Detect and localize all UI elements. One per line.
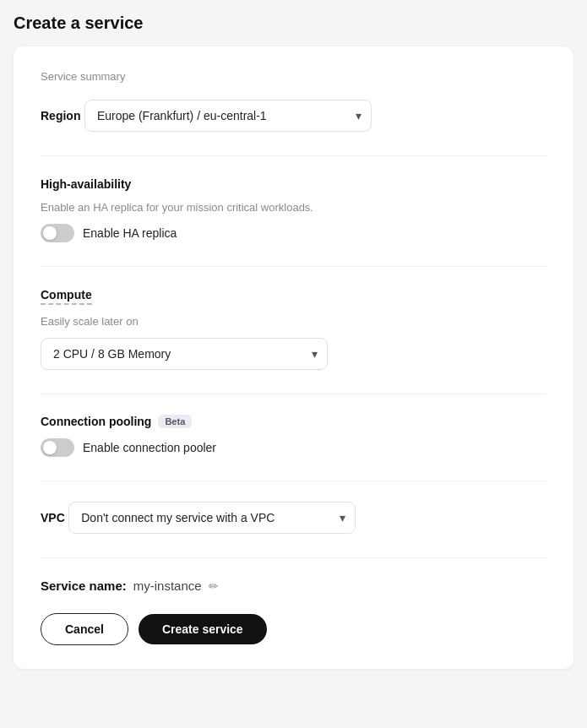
connection-pooling-label: Connection pooling xyxy=(41,415,151,428)
create-service-card: Service summary Region Europe (Frankfurt… xyxy=(14,46,573,669)
service-name-row: Service name: my-instance ✏ xyxy=(41,579,546,593)
compute-subtitle: Easily scale later on xyxy=(41,315,546,328)
create-service-button[interactable]: Create service xyxy=(139,614,267,644)
connection-pooling-header: Connection pooling Beta xyxy=(41,415,546,428)
service-summary-label: Service summary xyxy=(41,70,546,83)
high-availability-subtitle: Enable an HA replica for your mission cr… xyxy=(41,201,546,214)
high-availability-label: High-availability xyxy=(41,177,131,191)
edit-icon[interactable]: ✏ xyxy=(209,579,219,593)
pooling-toggle[interactable] xyxy=(41,438,74,457)
compute-section: Compute Easily scale later on 1 CPU / 2 … xyxy=(41,287,546,373)
divider-3 xyxy=(41,394,546,394)
page-title: Create a service xyxy=(14,14,573,33)
compute-select-wrapper: 1 CPU / 2 GB Memory2 CPU / 8 GB Memory4 … xyxy=(41,338,328,370)
buttons-row: Cancel Create service xyxy=(41,613,546,645)
divider-4 xyxy=(41,481,546,481)
pooling-toggle-label: Enable connection pooler xyxy=(83,441,216,454)
ha-toggle[interactable] xyxy=(41,224,74,242)
connection-pooling-section: Connection pooling Beta Enable connectio… xyxy=(41,415,546,460)
compute-select[interactable]: 1 CPU / 2 GB Memory2 CPU / 8 GB Memory4 … xyxy=(41,338,328,370)
pooling-toggle-slider xyxy=(41,438,74,457)
vpc-label: VPC xyxy=(41,511,65,524)
vpc-select[interactable]: Don't connect my service with a VPCConne… xyxy=(68,502,356,534)
region-select-wrapper: Europe (Frankfurt) / eu-central-1US East… xyxy=(84,100,372,132)
beta-badge: Beta xyxy=(158,415,192,428)
region-section: Region Europe (Frankfurt) / eu-central-1… xyxy=(41,100,546,135)
service-name-value: my-instance xyxy=(133,579,202,593)
service-name-label: Service name: xyxy=(41,579,127,593)
vpc-section: VPC Don't connect my service with a VPCC… xyxy=(41,502,546,537)
region-label: Region xyxy=(41,109,80,122)
ha-toggle-row: Enable HA replica xyxy=(41,224,546,242)
divider-2 xyxy=(41,266,546,267)
service-name-section: Service name: my-instance ✏ xyxy=(41,579,546,596)
divider-1 xyxy=(41,155,546,156)
ha-toggle-label: Enable HA replica xyxy=(83,226,177,240)
vpc-select-wrapper: Don't connect my service with a VPCConne… xyxy=(68,502,356,534)
compute-label: Compute xyxy=(41,288,92,305)
region-select[interactable]: Europe (Frankfurt) / eu-central-1US East… xyxy=(84,100,372,132)
high-availability-section: High-availability Enable an HA replica f… xyxy=(41,177,546,246)
ha-toggle-slider xyxy=(41,224,74,242)
pooling-toggle-row: Enable connection pooler xyxy=(41,438,546,457)
cancel-button[interactable]: Cancel xyxy=(41,613,128,645)
divider-5 xyxy=(41,557,546,558)
